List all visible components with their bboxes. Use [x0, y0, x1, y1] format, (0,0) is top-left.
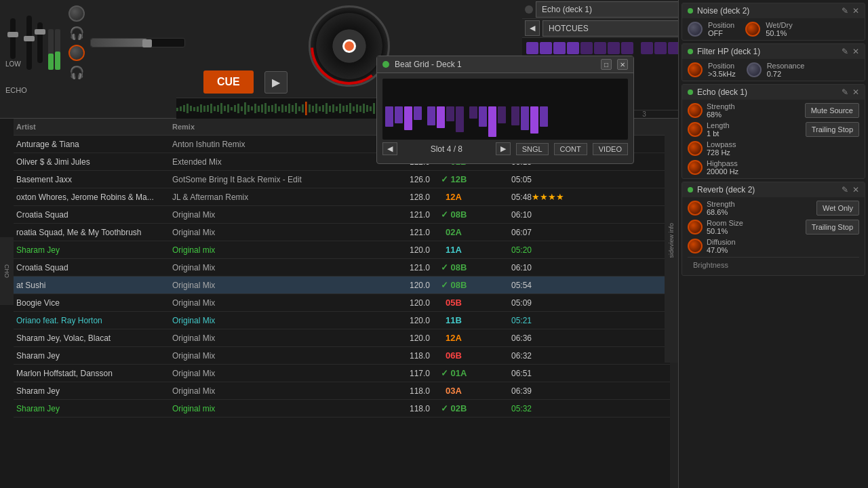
hotcue-pad[interactable]	[621, 42, 633, 54]
svg-rect-5	[183, 105, 185, 112]
echo-length-knob[interactable]	[688, 122, 703, 137]
trailing-stop-button-echo[interactable]: Trailing Stop	[806, 122, 859, 137]
beat-grid-footer: ◀ Slot 4 / 8 ▶ SNGL CONT VIDEO	[382, 140, 628, 158]
headphone-knob-1[interactable]	[68, 5, 85, 22]
noise-edit-btn[interactable]: ✎	[842, 6, 848, 16]
hotcue-pad[interactable]	[540, 42, 552, 54]
filter-hp-position-knob[interactable]	[688, 62, 703, 77]
noise-module-title: Noise (deck 2)	[697, 6, 837, 16]
svg-rect-22	[241, 106, 243, 111]
track-row[interactable]: Croatia Squad Original Mix 121.0 ✓08B 06…	[14, 206, 678, 224]
noise-wetdry-knob[interactable]	[745, 22, 760, 37]
track-row[interactable]: Sharam Jey Original mix 120.0 11A 05:20	[14, 241, 678, 259]
beat-pad[interactable]	[437, 106, 445, 128]
track-row[interactable]: roatia Squad, Me & My Toothbrush Origina…	[14, 224, 678, 241]
svg-point-0	[312, 9, 387, 83]
hotcue-pad[interactable]	[594, 42, 606, 54]
reverb-roomsize-knob[interactable]	[688, 220, 703, 235]
track-row[interactable]: Sharam Jey Original Mix 118.0 03A 06:39	[14, 382, 678, 400]
beat-grid-nav-right[interactable]: ▶	[496, 142, 511, 155]
beat-pad[interactable]	[498, 106, 506, 123]
hotcue-pad[interactable]	[608, 42, 620, 54]
echo-highpass-knob[interactable]	[688, 160, 703, 175]
beat-pad[interactable]	[395, 106, 403, 123]
high-fader[interactable]	[37, 22, 43, 63]
echo-close-btn[interactable]: ✕	[852, 87, 859, 97]
hotcue-pad[interactable]	[580, 42, 593, 54]
reverb-strength-knob[interactable]	[688, 201, 703, 216]
svg-rect-59	[366, 105, 368, 112]
beat-pad[interactable]	[404, 106, 412, 130]
mid-fader[interactable]	[26, 16, 32, 70]
svg-rect-26	[254, 104, 256, 113]
track-row[interactable]: Marlon Hoffstadt, Dansson Original Mix 1…	[14, 365, 678, 382]
svg-rect-25	[251, 106, 253, 110]
track-row[interactable]: Oriano feat. Ray Horton Original Mix 120…	[14, 312, 678, 329]
track-row[interactable]: Basement Jaxx GotSome Bring It Back Remi…	[14, 171, 678, 188]
hotcues-dropdown[interactable]: HOTCUES	[542, 20, 694, 37]
beat-pad[interactable]	[488, 106, 496, 137]
beat-pad[interactable]	[427, 106, 435, 125]
hotcue-pad[interactable]	[526, 42, 538, 54]
hotcue-pad[interactable]	[553, 42, 566, 54]
beat-pad[interactable]	[521, 106, 529, 130]
beat-pad[interactable]	[530, 106, 538, 134]
hotcue-pad[interactable]	[567, 42, 579, 54]
cho-text: CHO	[3, 264, 10, 278]
svg-rect-37	[292, 105, 294, 112]
track-row[interactable]: Boogie Vice Original Mix 120.0 05B 05:09	[14, 294, 678, 312]
svg-rect-9	[197, 106, 199, 112]
dialog-maximize-btn[interactable]: □	[601, 59, 612, 70]
reverb-edit-btn[interactable]: ✎	[842, 185, 848, 195]
svg-rect-57	[359, 106, 361, 112]
cho-label-container: CHO	[0, 237, 14, 305]
noise-position-knob[interactable]	[688, 22, 703, 37]
svg-rect-52	[342, 106, 344, 112]
beat-pad[interactable]	[540, 106, 548, 127]
echo-lowpass-knob[interactable]	[688, 141, 703, 156]
beat-pad[interactable]	[414, 106, 422, 120]
reverb-close-btn[interactable]: ✕	[852, 185, 859, 195]
track-row-selected[interactable]: at Sushi Original Mix 120.0 ✓08B 05:54	[14, 277, 678, 294]
trailing-stop-button-reverb[interactable]: Trailing Stop	[806, 220, 859, 235]
svg-rect-40	[302, 104, 304, 113]
track-row[interactable]: Sharam Jey Original Mix 118.0 06B 06:32	[14, 347, 678, 365]
track-row[interactable]: Sharam Jey Original mix 118.0 ✓02B 05:32	[14, 400, 678, 418]
reverb-diffusion-knob[interactable]	[688, 239, 703, 253]
filter-hp-edit-btn[interactable]: ✎	[842, 47, 848, 56]
filter-hp-body: Position >3.5kHz Resonance 0.72	[682, 59, 865, 81]
echo-edit-btn[interactable]: ✎	[842, 87, 848, 97]
beat-pad[interactable]	[446, 106, 454, 121]
cue-button[interactable]: CUE	[203, 70, 254, 94]
hotcue-pad[interactable]	[641, 42, 653, 54]
sngl-button[interactable]: SNGL	[516, 143, 549, 155]
svg-rect-60	[370, 106, 372, 111]
echo-strength-knob[interactable]	[688, 103, 703, 118]
noise-close-btn[interactable]: ✕	[852, 6, 859, 16]
beat-pad[interactable]	[469, 106, 477, 119]
wet-only-button[interactable]: Wet Only	[816, 201, 859, 216]
dialog-close-btn[interactable]: ✕	[617, 59, 628, 70]
filter-hp-resonance-knob[interactable]	[747, 62, 762, 77]
beat-pad[interactable]	[511, 106, 519, 125]
filter-hp-close-btn[interactable]: ✕	[852, 47, 859, 56]
track-row[interactable]: Croatia Squad Original Mix 121.0 ✓08B 06…	[14, 259, 678, 277]
mute-source-button[interactable]: Mute Source	[805, 103, 859, 118]
beat-grid-nav-left[interactable]: ◀	[382, 142, 397, 155]
track-row[interactable]: Sharam Jey, Volac, Blacat Original Mix 1…	[14, 329, 678, 347]
hotcues-nav-left[interactable]: ◀	[525, 20, 540, 36]
play-button[interactable]: ▶	[264, 71, 288, 94]
echo-strength-value: 68%	[707, 110, 735, 119]
reverb-diffusion-value: 47.0%	[707, 246, 736, 254]
svg-rect-13	[210, 104, 212, 113]
headphone-knob-2[interactable]	[68, 45, 85, 61]
track-row[interactable]: oxton Whores, Jerome Robins & Ma... JL &…	[14, 188, 678, 206]
echo-strength-label: Strength	[707, 102, 735, 110]
hotcue-pad[interactable]	[654, 42, 667, 54]
beat-pad[interactable]	[479, 106, 487, 127]
cont-button[interactable]: CONT	[554, 143, 587, 155]
beat-pad[interactable]	[456, 106, 464, 132]
beat-pad[interactable]	[385, 106, 393, 127]
low-fader[interactable]	[10, 18, 16, 59]
video-button[interactable]: VIDEO	[593, 143, 628, 155]
